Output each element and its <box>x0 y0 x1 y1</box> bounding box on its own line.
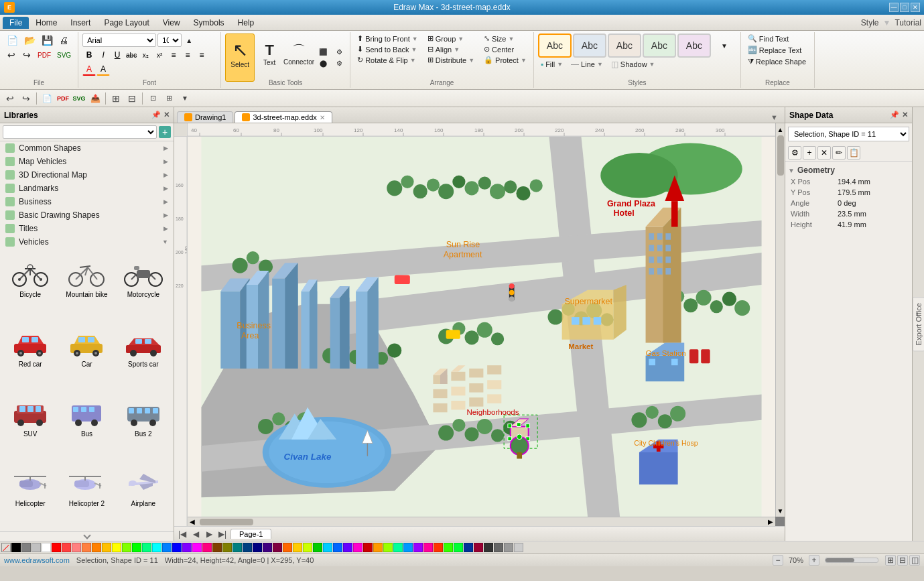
replace-text-btn[interactable]: 🔤 Replace Text <box>745 45 804 55</box>
more-lines-btn[interactable]: ⚙ <box>332 58 346 68</box>
style-preset-4[interactable]: Abc <box>643 34 676 58</box>
color-swatch[interactable] <box>413 543 423 552</box>
sd-copy-btn[interactable]: 📋 <box>847 146 860 159</box>
select-tool-btn[interactable]: ↖ Select <box>225 34 255 82</box>
color-swatch[interactable] <box>514 543 523 552</box>
color-swatch[interactable] <box>393 543 403 552</box>
print-btn[interactable]: 🖨 <box>56 34 71 47</box>
vscroll-down[interactable]: ▼ <box>776 506 785 515</box>
shape-airplane[interactable]: Airplane <box>116 460 171 529</box>
lib-add-btn[interactable]: + <box>159 126 171 138</box>
font-name-select[interactable]: Arial <box>82 34 156 47</box>
lib-item-3dmap[interactable]: 3D Directional Map ▶ <box>0 168 174 182</box>
color-swatch[interactable] <box>273 543 282 552</box>
find-text-btn[interactable]: 🔍 Find Text <box>745 34 791 44</box>
tb-new-btn[interactable]: 📄 <box>40 91 54 106</box>
font-color-btn[interactable]: A <box>82 62 96 76</box>
color-swatch[interactable] <box>434 543 443 552</box>
italic-btn[interactable]: I <box>96 48 110 62</box>
color-swatch[interactable] <box>484 543 493 552</box>
new-btn[interactable]: 📄 <box>4 34 21 47</box>
hscroll-thumb[interactable] <box>200 519 253 525</box>
color-swatch[interactable] <box>383 543 393 552</box>
distribute-btn[interactable]: ⊞ Distribute ▼ <box>425 55 477 65</box>
lib-item-vehiclescat[interactable]: Vehicles ▼ <box>0 235 174 249</box>
align-btn[interactable]: ⊟ Align ▼ <box>425 44 477 54</box>
tab-3dstreet-close[interactable]: ✕ <box>320 114 325 121</box>
fill-btn[interactable]: ▪ Fill ▼ <box>538 59 566 70</box>
view-btn-2[interactable]: ⊟ <box>897 555 908 566</box>
text-tool-btn[interactable]: T Text <box>256 34 283 82</box>
vscroll-up[interactable]: ▲ <box>776 125 785 134</box>
style-preset-2[interactable]: Abc <box>573 34 606 58</box>
sd-edit-btn[interactable]: ✏ <box>832 146 846 159</box>
strikethrough-btn[interactable]: abc <box>125 48 138 62</box>
lib-item-vehicles[interactable]: Map Vehicles ▶ <box>0 155 174 168</box>
color-swatch[interactable] <box>112 543 121 552</box>
color-swatch[interactable] <box>353 543 362 552</box>
shape-car[interactable]: Car <box>59 321 114 389</box>
tab-drawing1[interactable]: Drawing1 <box>177 111 233 123</box>
menu-help[interactable]: Help <box>231 17 261 29</box>
tutorial-btn[interactable]: Tutorial <box>895 18 921 27</box>
tb-export-btn[interactable]: 📤 <box>88 91 103 106</box>
color-swatch[interactable] <box>132 543 141 552</box>
save-btn[interactable]: 💾 <box>39 34 56 47</box>
color-swatch[interactable] <box>72 543 81 552</box>
increase-size-btn[interactable]: ▲ <box>183 36 195 46</box>
color-swatch[interactable] <box>11 543 21 552</box>
color-swatch[interactable] <box>31 543 41 552</box>
menu-symbols[interactable]: Symbols <box>187 17 231 29</box>
color-swatch[interactable] <box>52 543 61 552</box>
color-swatch[interactable] <box>494 543 503 552</box>
undo-btn[interactable]: ↩ <box>4 48 19 62</box>
tb-zoom-fit-btn[interactable]: ⊡ <box>145 91 160 106</box>
libraries-pin-btn[interactable]: 📌 <box>151 111 161 119</box>
style-preset-5[interactable]: Abc <box>677 34 711 58</box>
tb-svg-btn[interactable]: SVG <box>72 91 86 106</box>
more-styles-btn[interactable]: ▼ <box>712 41 736 51</box>
bold-btn[interactable]: B <box>82 48 96 62</box>
shape-bicycle[interactable]: Bicycle <box>3 251 58 320</box>
canvas-hscroll[interactable]: ◀ ▶ <box>188 517 775 526</box>
color-swatch[interactable] <box>172 543 182 552</box>
shape-motorcycle[interactable]: Motorcycle <box>116 251 171 320</box>
color-swatch[interactable] <box>192 543 202 552</box>
color-swatch[interactable] <box>102 543 111 552</box>
close-btn[interactable]: ✕ <box>911 3 920 12</box>
page-tab-1[interactable]: Page-1 <box>230 529 271 539</box>
tb-more-btn[interactable]: ▼ <box>178 91 192 106</box>
shadow-btn[interactable]: ◫ Shadow ▼ <box>608 59 658 70</box>
group-btn[interactable]: ⊞ Group ▼ <box>425 34 477 44</box>
color-swatch[interactable] <box>122 543 131 552</box>
style-btn[interactable]: Style <box>861 18 879 27</box>
shape-suv[interactable]: SUV <box>3 391 58 459</box>
zoom-in-btn[interactable]: + <box>809 555 819 566</box>
color-swatch[interactable] <box>92 543 101 552</box>
color-swatch[interactable] <box>162 543 172 552</box>
style-preset-3[interactable]: Abc <box>608 34 641 58</box>
lib-item-business[interactable]: Business ▶ <box>0 195 174 208</box>
color-swatch[interactable] <box>212 543 222 552</box>
lib-scroll-down[interactable] <box>83 531 90 539</box>
shape-red-car[interactable]: Red car <box>3 321 58 389</box>
pdf-btn[interactable]: PDF <box>35 48 54 62</box>
color-swatch[interactable] <box>343 543 352 552</box>
color-swatch[interactable] <box>182 543 192 552</box>
view-btn-1[interactable]: ⊞ <box>885 555 896 566</box>
color-swatch[interactable] <box>363 543 373 552</box>
tb-full-width-btn[interactable]: ⊞ <box>161 91 176 106</box>
color-swatch[interactable] <box>152 543 161 552</box>
color-swatch[interactable] <box>283 543 292 552</box>
protect-btn[interactable]: 🔒 Protect ▼ <box>481 55 529 65</box>
color-swatch[interactable] <box>444 543 453 552</box>
view-btn-3[interactable]: ◫ <box>909 555 920 566</box>
shape-data-pin-btn[interactable]: 📌 <box>890 111 899 119</box>
color-swatch[interactable] <box>293 543 302 552</box>
tb-undo-btn[interactable]: ↩ <box>3 91 17 106</box>
color-swatch[interactable] <box>142 543 151 552</box>
center-btn[interactable]: ⊙ Center <box>481 44 529 54</box>
color-swatch[interactable] <box>42 543 51 552</box>
color-swatch[interactable] <box>303 543 312 552</box>
lib-item-landmarks[interactable]: Landmarks ▶ <box>0 182 174 195</box>
